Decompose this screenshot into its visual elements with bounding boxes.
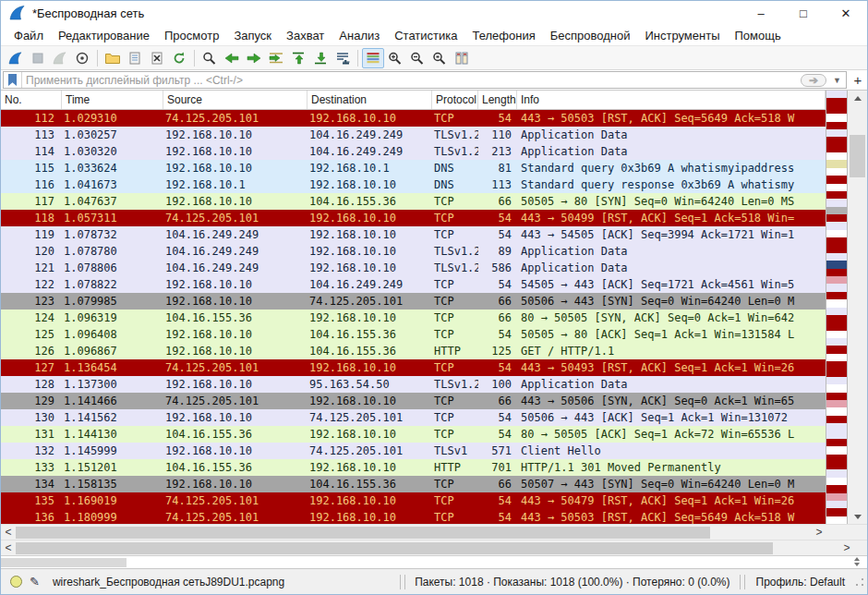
menu-item-7[interactable]: Телефония: [464, 27, 542, 44]
scroll-right-arrow-icon[interactable]: >: [839, 540, 854, 555]
go-forward-icon[interactable]: [243, 48, 265, 68]
minimize-button[interactable]: –: [740, 1, 782, 25]
add-filter-button[interactable]: +: [849, 70, 867, 90]
vertical-scrollbar[interactable]: [848, 91, 867, 524]
horizontal-scrollbar-thumb-1[interactable]: [16, 527, 710, 539]
pane-spinner-icon[interactable]: [854, 557, 860, 566]
cell-info: Application Data: [517, 260, 826, 276]
packet-row-135[interactable]: 1351.16901974.125.205.101192.168.10.10TC…: [1, 492, 826, 509]
packet-row-124[interactable]: 1241.096319104.16.155.36192.168.10.10TCP…: [1, 310, 826, 326]
packet-row-128[interactable]: 1281.137300192.168.10.1095.163.54.50TLSv…: [1, 376, 826, 393]
minimap-stripe: [826, 91, 847, 98]
packet-row-116[interactable]: 1161.041673192.168.10.1192.168.10.10DNS1…: [1, 176, 826, 193]
packet-row-133[interactable]: 1331.151201104.16.155.36192.168.10.10HTT…: [1, 459, 826, 476]
column-header-protocol[interactable]: Protocol: [432, 91, 478, 109]
packet-row-117[interactable]: 1171.047637192.168.10.10104.16.155.36TCP…: [1, 193, 826, 210]
horizontal-scrollbar-1[interactable]: < >: [1, 524, 867, 540]
packet-row-119[interactable]: 1191.078732104.16.249.249192.168.10.10TC…: [1, 226, 826, 243]
column-header-source[interactable]: Source: [163, 91, 307, 109]
column-header-length[interactable]: Length: [478, 91, 517, 109]
packet-row-129[interactable]: 1291.14146674.125.205.101192.168.10.10TC…: [1, 393, 826, 409]
close-file-icon[interactable]: [146, 48, 168, 68]
resize-grip[interactable]: [854, 577, 865, 588]
cell-time: 1.029310: [62, 110, 163, 127]
go-first-icon[interactable]: [287, 48, 309, 68]
menu-item-9[interactable]: Инструменты: [637, 27, 727, 44]
menu-item-2[interactable]: Просмотр: [157, 27, 226, 44]
packet-row-125[interactable]: 1251.096408192.168.10.10104.16.155.36TCP…: [1, 326, 826, 343]
save-file-icon[interactable]: [124, 48, 146, 68]
menu-item-0[interactable]: Файл: [6, 27, 51, 44]
menu-item-1[interactable]: Редактирование: [51, 27, 157, 44]
menu-item-8[interactable]: Беспроводной: [543, 27, 638, 44]
restart-capture-icon[interactable]: [49, 48, 71, 68]
packet-row-120[interactable]: 1201.078780104.16.249.249192.168.10.10TL…: [1, 243, 826, 260]
cell-dst: 192.168.10.10: [307, 393, 432, 409]
packet-row-136[interactable]: 1361.18099974.125.205.101192.168.10.10TC…: [1, 509, 826, 524]
scroll-left-arrow-icon[interactable]: <: [1, 540, 16, 555]
packet-row-134[interactable]: 1341.158135192.168.10.10104.16.155.36TCP…: [1, 476, 826, 492]
close-button[interactable]: ✕: [825, 1, 867, 25]
cell-no: 125: [1, 326, 62, 343]
find-packet-icon[interactable]: [199, 48, 221, 68]
column-header-no[interactable]: No.: [1, 91, 62, 109]
stop-capture-icon[interactable]: [27, 48, 49, 68]
cell-time: 1.137300: [62, 376, 163, 393]
zoom-original-icon[interactable]: [428, 48, 451, 68]
go-to-packet-icon[interactable]: [265, 48, 287, 68]
cell-proto: TCP: [432, 193, 478, 210]
display-filter-field[interactable]: ➔ ▼: [3, 71, 847, 89]
reload-file-icon[interactable]: [168, 48, 190, 68]
menu-item-10[interactable]: Помощь: [728, 27, 789, 44]
resize-columns-icon[interactable]: [451, 48, 473, 68]
scroll-right-arrow-icon[interactable]: >: [812, 525, 826, 540]
horizontal-scrollbar-2[interactable]: < >: [1, 540, 867, 555]
zoom-in-icon[interactable]: [384, 48, 406, 68]
vertical-scrollbar-thumb[interactable]: [850, 135, 865, 177]
filter-bookmark-button[interactable]: [4, 72, 22, 88]
open-file-icon[interactable]: [102, 48, 124, 68]
capture-options-icon[interactable]: [71, 48, 93, 68]
colorize-icon[interactable]: [362, 48, 384, 68]
profile-selector[interactable]: Профиль: Default: [747, 576, 855, 589]
scroll-left-arrow-icon[interactable]: <: [1, 525, 16, 540]
column-header-destination[interactable]: Destination: [307, 91, 432, 109]
menu-item-6[interactable]: Статистика: [387, 27, 464, 44]
packet-row-113[interactable]: 1131.030257192.168.10.10104.16.249.249TL…: [1, 127, 826, 143]
column-header-info[interactable]: Info: [517, 91, 826, 109]
packet-row-112[interactable]: 1121.02931074.125.205.101192.168.10.10TC…: [1, 110, 826, 127]
cell-no: 121: [1, 260, 62, 276]
expert-info-icon[interactable]: [10, 576, 22, 588]
horizontal-scrollbar-thumb-2[interactable]: [16, 542, 773, 554]
go-back-icon[interactable]: [221, 48, 243, 68]
display-filter-input[interactable]: [22, 74, 801, 87]
packet-row-130[interactable]: 1301.141562192.168.10.1074.125.205.101TC…: [1, 409, 826, 426]
column-header-time[interactable]: Time: [62, 91, 163, 109]
packet-row-126[interactable]: 1261.096867192.168.10.10104.16.155.36HTT…: [1, 343, 826, 359]
menu-item-3[interactable]: Запуск: [226, 27, 279, 44]
filter-dropdown-caret[interactable]: ▼: [828, 76, 846, 85]
packet-row-115[interactable]: 1151.033624192.168.10.10192.168.10.1DNS8…: [1, 160, 826, 176]
packet-row-132[interactable]: 1321.145999192.168.10.1074.125.205.101TL…: [1, 443, 826, 459]
menu-item-4[interactable]: Захват: [279, 27, 332, 44]
auto-scroll-icon[interactable]: [332, 48, 354, 68]
menu-item-5[interactable]: Анализ: [332, 27, 387, 44]
zoom-out-icon[interactable]: [406, 48, 428, 68]
packet-row-131[interactable]: 1311.144130104.16.155.36192.168.10.10TCP…: [1, 426, 826, 443]
go-last-icon[interactable]: [309, 48, 332, 68]
packet-row-114[interactable]: 1141.030320192.168.10.10104.16.249.249TL…: [1, 143, 826, 160]
cell-info: 50506 → 443 [SYN] Seq=0 Win=64240 Len=0 …: [517, 293, 826, 310]
intelligent-scrollbar-minimap[interactable]: [826, 91, 848, 524]
packet-row-123[interactable]: 1231.079985192.168.10.1074.125.205.101TC…: [1, 293, 826, 310]
packet-row-118[interactable]: 1181.05731174.125.205.101192.168.10.10TC…: [1, 210, 826, 226]
packet-row-122[interactable]: 1221.078822192.168.10.10104.16.249.249TC…: [1, 276, 826, 293]
packet-row-127[interactable]: 1271.13645474.125.205.101192.168.10.10TC…: [1, 359, 826, 376]
start-capture-icon[interactable]: [5, 48, 27, 68]
scroll-up-arrow-icon[interactable]: [848, 91, 867, 105]
apply-filter-button[interactable]: ➔: [801, 74, 826, 87]
maximize-button[interactable]: □: [782, 1, 825, 25]
cell-proto: DNS: [432, 160, 478, 176]
packet-row-121[interactable]: 1211.078806104.16.249.249192.168.10.10TL…: [1, 260, 826, 276]
capture-comment-icon[interactable]: ✎: [30, 575, 40, 589]
scroll-down-arrow-icon[interactable]: [848, 509, 867, 524]
